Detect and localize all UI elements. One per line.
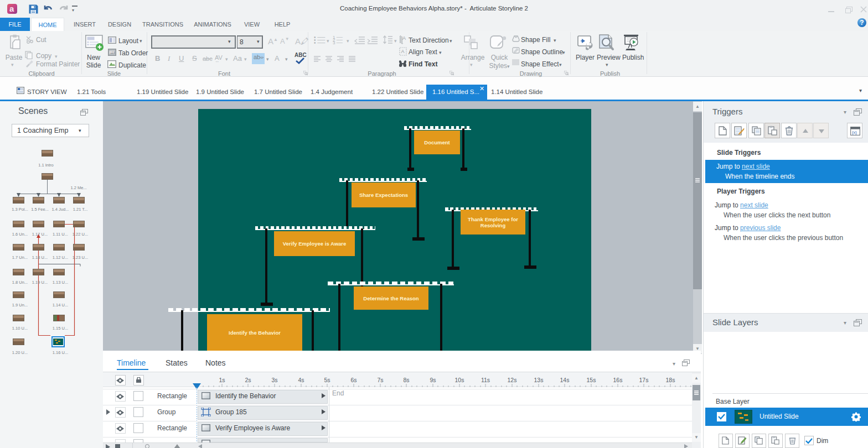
svg-text:2s: 2s xyxy=(245,377,251,383)
svg-text:1s: 1s xyxy=(219,377,225,383)
svg-text:10s: 10s xyxy=(455,377,464,383)
svg-text:8s: 8s xyxy=(403,377,409,383)
svg-text:7s: 7s xyxy=(377,377,383,383)
svg-text:5s: 5s xyxy=(324,377,330,383)
svg-text:12s: 12s xyxy=(508,377,517,383)
svg-text:9s: 9s xyxy=(430,377,436,383)
svg-text:3s: 3s xyxy=(271,377,277,383)
svg-text:{x}: {x} xyxy=(852,130,857,135)
svg-text:14s: 14s xyxy=(560,377,570,383)
svg-text:A: A xyxy=(402,35,406,41)
svg-text:15s: 15s xyxy=(587,377,596,383)
svg-text:18s: 18s xyxy=(666,377,675,383)
svg-text:16s: 16s xyxy=(613,377,623,383)
svg-text:A: A xyxy=(401,49,405,54)
svg-text:11s: 11s xyxy=(481,377,490,383)
svg-text:6s: 6s xyxy=(350,377,356,383)
svg-text:123: 123 xyxy=(110,51,115,54)
svg-text:17s: 17s xyxy=(639,377,649,383)
svg-text:4s: 4s xyxy=(298,377,304,383)
svg-text:13s: 13s xyxy=(534,377,544,383)
